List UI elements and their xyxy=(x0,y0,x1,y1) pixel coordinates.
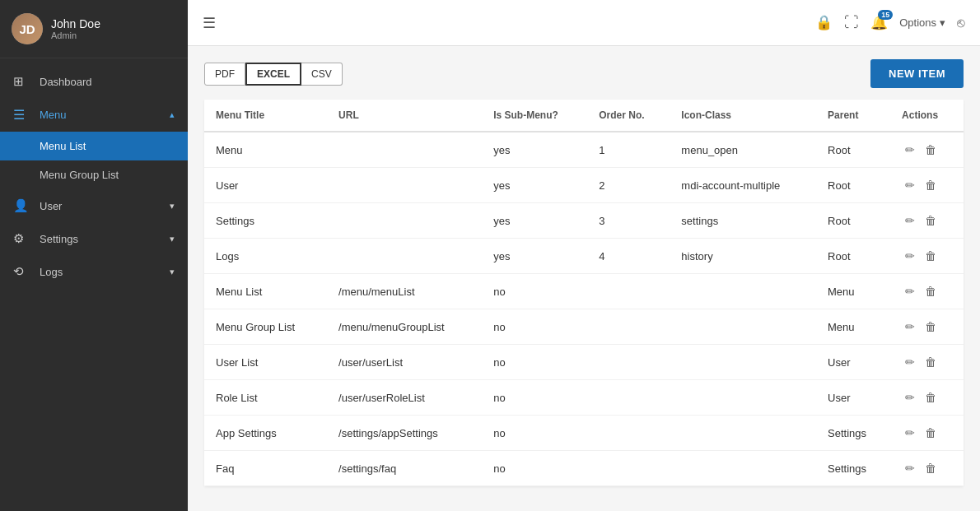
cell-parent: Root xyxy=(816,132,890,168)
options-label: Options xyxy=(899,16,936,29)
sub-item-label: Menu Group List xyxy=(40,169,119,181)
cell-actions: ✏ 🗑 xyxy=(890,380,964,416)
cell-actions: ✏ 🗑 xyxy=(890,239,964,274)
sidebar-profile: JD John Doe Admin xyxy=(0,0,188,58)
cell-actions: ✏ 🗑 xyxy=(890,132,964,168)
main-area: ☰ 🔒 ⛶ 🔔 15 Options ▾ ⎋ PDF EXCEL CSV NEW… xyxy=(188,0,980,511)
chevron-down-icon: ▾ xyxy=(170,201,175,211)
edit-button[interactable]: ✏ xyxy=(902,354,918,370)
notification-icon[interactable]: 🔔 15 xyxy=(870,14,888,31)
cell-title: App Settings xyxy=(204,416,327,451)
delete-button[interactable]: 🗑 xyxy=(922,389,940,406)
cell-order: 2 xyxy=(587,168,670,203)
cell-url: /settings/appSettings xyxy=(327,416,482,451)
cell-url xyxy=(327,132,482,168)
table-row: Role List /user/userRoleList no User ✏ 🗑 xyxy=(204,380,964,416)
cell-order xyxy=(587,416,670,451)
delete-button[interactable]: 🗑 xyxy=(922,177,940,193)
pdf-button[interactable]: PDF xyxy=(204,63,245,86)
cell-url xyxy=(327,168,482,203)
table-row: Settings yes 3 settings Root ✏ 🗑 xyxy=(204,203,964,239)
data-table-wrapper: Menu Title URL Is Sub-Menu? Order No. Ic… xyxy=(204,100,964,486)
chevron-down-icon: ▾ xyxy=(940,16,945,29)
edit-button[interactable]: ✏ xyxy=(902,212,918,229)
lock-icon[interactable]: 🔒 xyxy=(815,14,833,31)
sidebar-item-user[interactable]: 👤 User ▾ xyxy=(0,189,188,222)
cell-is-submenu: no xyxy=(482,451,587,486)
edit-button[interactable]: ✏ xyxy=(902,248,918,264)
delete-button[interactable]: 🗑 xyxy=(922,142,940,158)
cell-url: /user/userList xyxy=(327,345,482,380)
cell-is-submenu: no xyxy=(482,416,587,451)
sidebar-item-menu[interactable]: ☰ Menu ▴ xyxy=(0,98,188,132)
cell-is-submenu: no xyxy=(482,380,587,416)
menu-icon: ☰ xyxy=(13,107,31,123)
cell-icon-class: mdi-account-multiple xyxy=(670,168,816,203)
cell-icon-class: menu_open xyxy=(670,132,816,168)
cell-parent: Settings xyxy=(816,451,890,486)
notification-badge: 15 xyxy=(878,10,893,20)
sidebar-item-menu-list[interactable]: Menu List xyxy=(0,132,188,160)
logout-icon[interactable]: ⎋ xyxy=(957,16,965,30)
cell-title: Settings xyxy=(204,203,327,239)
sidebar-item-menu-group-list[interactable]: Menu Group List xyxy=(0,160,188,189)
col-menu-title: Menu Title xyxy=(204,100,327,132)
sidebar-nav: ⊞ Dashboard ☰ Menu ▴ Menu List Menu Grou… xyxy=(0,58,188,511)
cell-url: /menu/menuList xyxy=(327,274,482,309)
edit-button[interactable]: ✏ xyxy=(902,283,918,300)
edit-button[interactable]: ✏ xyxy=(902,425,918,441)
profile-info: John Doe Admin xyxy=(51,17,100,40)
logs-icon: ⟲ xyxy=(13,264,31,279)
profile-name: John Doe xyxy=(51,17,100,30)
sidebar-item-settings[interactable]: ⚙ Settings ▾ xyxy=(0,222,188,255)
options-menu[interactable]: Options ▾ xyxy=(899,16,945,29)
cell-title: Menu Group List xyxy=(204,309,327,345)
settings-icon: ⚙ xyxy=(13,231,31,246)
delete-button[interactable]: 🗑 xyxy=(922,248,940,264)
user-icon: 👤 xyxy=(13,198,31,213)
table-row: User yes 2 mdi-account-multiple Root ✏ 🗑 xyxy=(204,168,964,203)
cell-icon-class xyxy=(670,380,816,416)
sidebar-item-dashboard[interactable]: ⊞ Dashboard xyxy=(0,65,188,98)
cell-is-submenu: no xyxy=(482,309,587,345)
table-row: Menu Group List /menu/menuGroupList no M… xyxy=(204,309,964,345)
edit-button[interactable]: ✏ xyxy=(902,389,918,406)
cell-actions: ✏ 🗑 xyxy=(890,345,964,380)
excel-button[interactable]: EXCEL xyxy=(245,63,301,86)
cell-icon-class xyxy=(670,416,816,451)
cell-icon-class xyxy=(670,345,816,380)
sidebar-item-label: Settings xyxy=(40,233,170,245)
cell-order xyxy=(587,380,670,416)
table-row: App Settings /settings/appSettings no Se… xyxy=(204,416,964,451)
cell-icon-class: history xyxy=(670,239,816,274)
delete-button[interactable]: 🗑 xyxy=(922,354,940,370)
chevron-down-icon: ▾ xyxy=(170,234,175,244)
cell-order xyxy=(587,309,670,345)
cell-url xyxy=(327,239,482,274)
cell-parent: Root xyxy=(816,203,890,239)
delete-button[interactable]: 🗑 xyxy=(922,318,940,335)
edit-button[interactable]: ✏ xyxy=(902,142,918,158)
cell-url: /settings/faq xyxy=(327,451,482,486)
cell-parent: Menu xyxy=(816,274,890,309)
edit-button[interactable]: ✏ xyxy=(902,318,918,335)
delete-button[interactable]: 🗑 xyxy=(922,212,940,229)
delete-button[interactable]: 🗑 xyxy=(922,283,940,300)
delete-button[interactable]: 🗑 xyxy=(922,425,940,441)
cell-parent: User xyxy=(816,380,890,416)
new-item-button[interactable]: NEW ITEM xyxy=(870,59,964,88)
col-is-submenu: Is Sub-Menu? xyxy=(482,100,587,132)
delete-button[interactable]: 🗑 xyxy=(922,460,940,476)
csv-button[interactable]: CSV xyxy=(301,63,343,86)
cell-url: /menu/menuGroupList xyxy=(327,309,482,345)
edit-button[interactable]: ✏ xyxy=(902,177,918,193)
hamburger-icon[interactable]: ☰ xyxy=(203,14,216,32)
cell-actions: ✏ 🗑 xyxy=(890,309,964,345)
edit-button[interactable]: ✏ xyxy=(902,460,918,476)
fullscreen-icon[interactable]: ⛶ xyxy=(844,14,859,31)
sidebar-item-logs[interactable]: ⟲ Logs ▾ xyxy=(0,255,188,288)
profile-role: Admin xyxy=(51,30,100,40)
cell-actions: ✏ 🗑 xyxy=(890,416,964,451)
cell-title: Menu List xyxy=(204,274,327,309)
cell-url xyxy=(327,203,482,239)
